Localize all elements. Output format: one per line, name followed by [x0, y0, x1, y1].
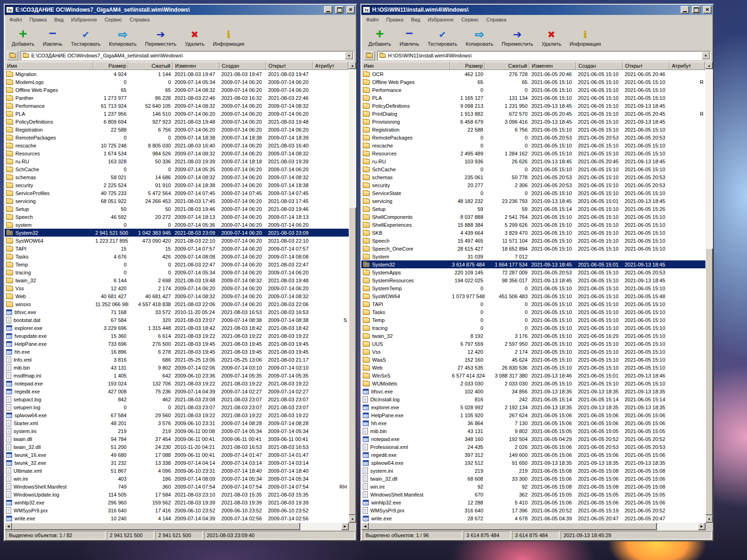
table-row[interactable]: Web27 453 53526 830 5362021-06-05 15:102…: [361, 364, 705, 371]
table-row[interactable]: WindowsShell.Manifest7493602009-07-14 07…: [5, 483, 349, 490]
table-row[interactable]: Resources2 495 4891 284 1622021-06-05 15…: [361, 149, 705, 157]
table-row[interactable]: WUModels2 033 0302 033 0302021-06-05 15:…: [361, 379, 705, 387]
move-button[interactable]: Переместить: [498, 26, 537, 49]
table-row[interactable]: twain_328 1923 1762021-06-05 15:102021-0…: [361, 332, 705, 340]
table-row[interactable]: Speech46 59220 2722009-07-14 18:132009-0…: [5, 213, 349, 221]
menu-item[interactable]: Правка: [26, 16, 50, 23]
menu-item[interactable]: Сервис: [458, 16, 483, 23]
column-header[interactable]: Размер: [450, 62, 485, 70]
scroll-right-icon[interactable]: [341, 523, 349, 530]
table-row[interactable]: ru-RU103 93626 6262021-09-13 18:452021-0…: [361, 157, 705, 165]
scroll-down-icon[interactable]: [349, 515, 356, 523]
table-row[interactable]: Setup50502021-08-03 19:462009-07-14 06:2…: [5, 205, 349, 213]
info-button[interactable]: Информация: [209, 26, 248, 49]
extract-button[interactable]: Извлечь: [39, 26, 67, 49]
table-row[interactable]: Offline Web Pages65652021-06-05 15:10202…: [361, 78, 705, 86]
delete-button[interactable]: Удалить: [537, 26, 565, 49]
table-row[interactable]: System322 941 521 5001 042 383 9452021-0…: [5, 229, 349, 237]
table-row[interactable]: WaaS152 16045 6242021-06-05 15:102021-06…: [361, 356, 705, 364]
vertical-scrollbar[interactable]: [705, 62, 713, 523]
table-row[interactable]: PolicyDefinitions6 809 694927 9232021-08…: [5, 118, 349, 126]
table-row[interactable]: SystemApps220 109 14572 287 0092021-06-0…: [361, 268, 705, 276]
table-row[interactable]: ServiceState002021-06-05 15:102021-06-05…: [361, 189, 705, 197]
menu-item[interactable]: Правка: [382, 16, 407, 23]
table-row[interactable]: HelpPane.exe733 696276 5002021-08-03 19:…: [5, 340, 349, 348]
table-row[interactable]: system002009-07-14 05:362009-07-14 06:20…: [5, 221, 349, 229]
close-button[interactable]: [346, 6, 355, 14]
table-row[interactable]: system.ini2192192009-06-11 00:082009-07-…: [5, 427, 349, 435]
table-row[interactable]: PLA1 237 956146 5102009-07-14 06:202009-…: [5, 110, 349, 118]
vertical-scrollbar-thumb[interactable]: [349, 207, 356, 515]
menu-item[interactable]: Вид: [407, 16, 424, 23]
table-row[interactable]: SysWOW641 073 977 548451 506 4832021-06-…: [361, 292, 705, 300]
maximize-button[interactable]: [335, 6, 344, 14]
table-row[interactable]: setupact.log8424622021-08-03 23:082021-0…: [5, 395, 349, 403]
table-row[interactable]: Panther1 273 97786 2282021-08-03 22:4620…: [5, 94, 349, 102]
table-row[interactable]: servicing68 051 92224 266 4532021-08-03 …: [5, 197, 349, 205]
column-header[interactable]: Сжатый: [485, 62, 529, 70]
menu-item[interactable]: Избранное: [67, 16, 101, 23]
table-row[interactable]: win.ini92922021-06-05 15:082021-06-05 15…: [361, 483, 705, 490]
move-button[interactable]: Переместить: [141, 26, 181, 49]
scroll-left-icon[interactable]: [361, 523, 369, 530]
table-row[interactable]: write.exe28 6724 6782021-06-05 04:392021…: [361, 514, 705, 522]
table-row[interactable]: regedit.exe397 312149 6002021-06-05 15:0…: [361, 451, 705, 459]
table-row[interactable]: schemas58 02114 6862009-07-14 08:322009-…: [5, 173, 349, 181]
table-row[interactable]: Vss12 4202 1742021-06-05 15:102021-06-05…: [361, 348, 705, 356]
table-row[interactable]: twain_32.dll68 60833 3002021-06-05 15:06…: [361, 475, 705, 483]
table-row[interactable]: Web40 681 42740 681 4272009-07-14 08:322…: [5, 292, 349, 300]
table-row[interactable]: PLA1 165 127131 1342021-06-05 15:102021-…: [361, 94, 705, 102]
minimize-button[interactable]: [324, 6, 332, 14]
column-header[interactable]: Изменен: [529, 62, 576, 70]
table-row[interactable]: SystemResources194 022 02598 356 0172021…: [361, 276, 705, 284]
table-row[interactable]: RemotePackages002009-07-14 18:382009-07-…: [5, 133, 349, 141]
table-row[interactable]: Offline Web Pages65652009-07-14 08:32200…: [5, 86, 349, 94]
table-row[interactable]: SystemTemp002021-06-05 15:102021-06-05 1…: [361, 284, 705, 292]
table-row[interactable]: win.ini4031862009-07-14 08:092009-07-14 …: [5, 475, 349, 483]
table-row[interactable]: splwow64.exe67 58429 5602021-08-03 19:22…: [5, 411, 349, 419]
table-row[interactable]: PolicyDefinitions9 098 2131 231 9502021-…: [361, 102, 705, 110]
table-row[interactable]: Info.xml3 8166862021-05-25 13:062021-05-…: [5, 356, 349, 364]
table-row[interactable]: Temp002021-06-05 15:102021-06-05 15:1020…: [361, 316, 705, 324]
info-button[interactable]: Информация: [565, 26, 605, 49]
table-row[interactable]: Ultimate.xml51 8674 0962009-06-10 23:312…: [5, 467, 349, 475]
column-header[interactable]: Открыт: [623, 62, 669, 70]
title-bar[interactable]: H:\OS\WIN11\install.wim\4\Windows\: [361, 5, 713, 15]
table-row[interactable]: hh.exe36 8647 1302021-06-05 15:062021-06…: [361, 419, 705, 427]
table-row[interactable]: Professional.xml24 4352 0262021-06-05 15…: [361, 443, 705, 451]
table-row[interactable]: SchCache002021-06-05 15:102021-06-05 15:…: [361, 165, 705, 173]
table-row[interactable]: Registration22 5886 7562021-06-05 15:102…: [361, 126, 705, 133]
table-row[interactable]: twain_326 1442 6982021-08-03 19:482009-0…: [5, 276, 349, 284]
table-row[interactable]: Starter.xml48 2013 5762009-06-10 23:3120…: [5, 419, 349, 427]
table-row[interactable]: WMSysPr9.prx316 64017 4162009-06-10 23:5…: [5, 506, 349, 514]
column-header[interactable]: Создан: [219, 62, 266, 70]
horizontal-scrollbar-thumb[interactable]: [369, 523, 657, 530]
column-header[interactable]: Имя: [361, 62, 450, 70]
test-button[interactable]: Тестировать: [423, 26, 462, 49]
add-button[interactable]: Добавить: [7, 26, 39, 49]
table-row[interactable]: Temp002021-08-03 22:472009-07-14 06:2020…: [5, 260, 349, 268]
scroll-down-icon[interactable]: [705, 515, 713, 523]
table-row[interactable]: splwow64.exe192 51291 6502021-09-13 18:3…: [361, 459, 705, 467]
copy-button[interactable]: Копировать: [105, 26, 141, 49]
scroll-right-icon[interactable]: [698, 523, 705, 530]
table-row[interactable]: WindowsUpdate.log114 50517 5842021-08-03…: [5, 490, 349, 498]
table-row[interactable]: Registration22 5886 7562009-07-14 06:202…: [5, 126, 349, 133]
table-row[interactable]: DtcInstall.log8162422021-06-05 15:142021…: [361, 395, 705, 403]
column-header[interactable]: Создан: [576, 62, 623, 70]
delete-button[interactable]: Удалить: [181, 26, 209, 49]
table-row[interactable]: security20 2772 3062021-06-05 20:532021-…: [361, 181, 705, 189]
table-row[interactable]: mib.bin43 1319 8022021-06-05 15:052021-0…: [361, 427, 705, 435]
scroll-up-icon[interactable]: [705, 62, 713, 69]
table-row[interactable]: explorer.exe3 229 6961 315 4482021-08-03…: [5, 324, 349, 332]
table-row[interactable]: TAPI15152009-07-14 07:572009-07-14 06:20…: [5, 245, 349, 252]
column-header[interactable]: Имя: [5, 62, 93, 70]
table-row[interactable]: regedit.exe427 00875 2362009-07-14 04:39…: [5, 387, 349, 395]
table-row[interactable]: tracing002009-07-14 05:342009-07-14 06:2…: [5, 268, 349, 276]
table-row[interactable]: explorer.exe5 028 9922 192 1342021-09-13…: [361, 403, 705, 411]
table-row[interactable]: RemotePackages002021-06-05 20:532021-06-…: [361, 133, 705, 141]
close-button[interactable]: [703, 6, 712, 14]
table-row[interactable]: notepad.exe193 024132 7062021-08-03 19:2…: [5, 379, 349, 387]
horizontal-scrollbar[interactable]: [361, 523, 705, 530]
table-row[interactable]: setuperr.log002021-08-03 23:072021-08-03…: [5, 403, 349, 411]
